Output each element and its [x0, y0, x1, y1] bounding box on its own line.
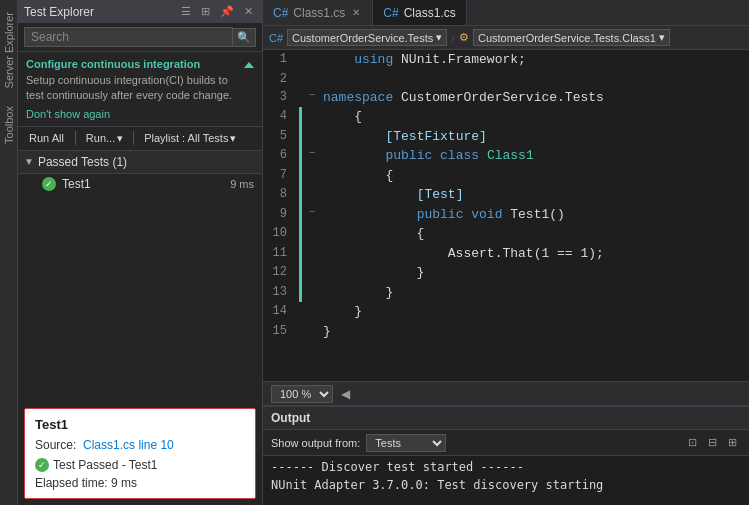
class-label: CustomerOrderService.Tests.Class1 — [478, 32, 656, 44]
run-dropdown-button[interactable]: Run... ▾ — [82, 130, 127, 147]
playlist-dropdown-button[interactable]: Playlist : All Tests ▾ — [140, 130, 240, 147]
zoom-select[interactable]: 100 % 75 % 125 % — [271, 385, 333, 403]
namespace-label: CustomerOrderService.Tests — [292, 32, 433, 44]
tab-bar: C# Class1.cs ✕ C# Class1.cs — [263, 0, 749, 26]
output-line-1: ------ Discover test started ------ — [271, 458, 741, 476]
test-status-passed-icon: ✓ — [42, 177, 56, 191]
code-line-9: 9 − public void Test1() — [263, 205, 749, 225]
group-collapse-icon: ▼ — [24, 156, 34, 167]
vertical-sidebar-tabs: Server Explorer Toolbox — [0, 0, 18, 505]
test-name: Test1 — [62, 177, 91, 191]
code-line-7: 7 { — [263, 166, 749, 186]
run-all-button[interactable]: Run All — [24, 130, 69, 146]
code-line-4: 4 { — [263, 107, 749, 127]
ci-notice-body: Setup continuous integration(CI) builds … — [26, 73, 238, 104]
code-line-3: 3 − namespace CustomerOrderService.Tests — [263, 88, 749, 108]
ci-collapse-icon[interactable] — [244, 62, 254, 68]
test-search-bar: 🔍 — [18, 23, 262, 52]
tab-file-icon-1: C# — [273, 6, 288, 20]
output-line-2: NUnit Adapter 3.7.0.0: Test discovery st… — [271, 476, 741, 494]
editor-status-bar: 100 % 75 % 125 % ◀ — [263, 381, 749, 405]
tab-label-2: Class1.cs — [404, 6, 456, 20]
code-line-14: 14 } — [263, 302, 749, 322]
search-input[interactable] — [24, 27, 233, 47]
code-line-2: 2 — [263, 70, 749, 88]
hierarchy-icon[interactable]: ⊞ — [198, 4, 213, 19]
output-action-btn-3[interactable]: ⊞ — [724, 434, 741, 451]
passed-tests-group[interactable]: ▼ Passed Tests (1) — [18, 151, 262, 174]
ci-dont-show-link[interactable]: Don't show again — [26, 108, 238, 120]
output-content: ------ Discover test started ------ NUni… — [263, 456, 749, 505]
header-actions: ☰ ⊞ 📌 ✕ — [178, 4, 256, 19]
class-dropdown[interactable]: CustomerOrderService.Tests.Class1 ▾ — [473, 29, 670, 46]
detail-source-link[interactable]: Class1.cs line 10 — [83, 438, 174, 452]
code-line-15: 15 } — [263, 322, 749, 342]
code-line-10: 10 { — [263, 224, 749, 244]
toolbox-tab[interactable]: Toolbox — [1, 98, 17, 152]
test-detail-panel: Test1 Source: Class1.cs line 10 ✓ Test P… — [24, 408, 256, 499]
test-list: ▼ Passed Tests (1) ✓ Test1 9 ms — [18, 151, 262, 402]
detail-status-icon: ✓ — [35, 458, 49, 472]
test-toolbar: Run All Run... ▾ Playlist : All Tests ▾ — [18, 127, 262, 151]
toolbar-sep-1 — [75, 131, 76, 145]
search-button[interactable]: 🔍 — [233, 28, 256, 47]
list-view-icon[interactable]: ☰ — [178, 4, 194, 19]
code-line-8: 8 [Test] — [263, 185, 749, 205]
pin-icon[interactable]: 📌 — [217, 4, 237, 19]
output-actions: ⊡ ⊟ ⊞ — [684, 434, 741, 451]
detail-title: Test1 — [35, 417, 245, 432]
nav-separator: › — [451, 32, 455, 44]
output-panel: Output Show output from: Tests Build Deb… — [263, 405, 749, 505]
test-duration: 9 ms — [230, 178, 254, 190]
code-editor[interactable]: 1 using NUnit.Framework; 2 3 − namespace… — [263, 50, 749, 381]
detail-elapsed: Elapsed time: 9 ms — [35, 476, 245, 490]
output-source-select[interactable]: Tests Build Debug — [366, 434, 446, 452]
group-label: Passed Tests (1) — [38, 155, 127, 169]
tab-close-1[interactable]: ✕ — [350, 6, 362, 19]
main-content: C# Class1.cs ✕ C# Class1.cs C# CustomerO… — [263, 0, 749, 505]
detail-source: Source: Class1.cs line 10 — [35, 438, 245, 452]
server-explorer-tab[interactable]: Server Explorer — [1, 4, 17, 96]
code-line-13: 13 } — [263, 283, 749, 303]
tab-class1-2[interactable]: C# Class1.cs — [373, 0, 466, 25]
test-explorer-header: Test Explorer ☰ ⊞ 📌 ✕ — [18, 0, 262, 23]
ci-notice-title[interactable]: Configure continuous integration — [26, 58, 238, 70]
zoom-scroll-left[interactable]: ◀ — [341, 387, 350, 401]
code-line-6: 6 − public class Class1 — [263, 146, 749, 166]
detail-passed-row: ✓ Test Passed - Test1 — [35, 458, 245, 472]
detail-passed-label: Test Passed - Test1 — [53, 458, 158, 472]
class-icon: ⚙ — [459, 31, 469, 44]
ci-notice: Configure continuous integration Setup c… — [18, 52, 262, 127]
playlist-dropdown-arrow: ▾ — [230, 132, 236, 145]
output-header: Output — [263, 407, 749, 430]
file-namespace-bar: C# CustomerOrderService.Tests ▾ › ⚙ Cust… — [263, 26, 749, 50]
file-icon: C# — [269, 32, 283, 44]
code-line-5: 5 [TestFixture] — [263, 127, 749, 147]
class-dropdown-arrow: ▾ — [659, 31, 665, 44]
code-line-11: 11 Assert.That(1 == 1); — [263, 244, 749, 264]
test-explorer-panel: Test Explorer ☰ ⊞ 📌 ✕ 🔍 Configure contin… — [18, 0, 263, 505]
tab-file-icon-2: C# — [383, 6, 398, 20]
run-dropdown-arrow: ▾ — [117, 132, 123, 145]
show-output-label: Show output from: — [271, 437, 360, 449]
output-toolbar: Show output from: Tests Build Debug ⊡ ⊟ … — [263, 430, 749, 456]
code-line-1: 1 using NUnit.Framework; — [263, 50, 749, 70]
namespace-dropdown[interactable]: CustomerOrderService.Tests ▾ — [287, 29, 447, 46]
code-line-12: 12 } — [263, 263, 749, 283]
test-explorer-title: Test Explorer — [24, 5, 94, 19]
test-item-test1[interactable]: ✓ Test1 9 ms — [18, 174, 262, 194]
toolbar-sep-2 — [133, 131, 134, 145]
tab-class1-1[interactable]: C# Class1.cs ✕ — [263, 0, 373, 25]
output-action-btn-1[interactable]: ⊡ — [684, 434, 701, 451]
close-panel-btn[interactable]: ✕ — [241, 4, 256, 19]
namespace-dropdown-arrow: ▾ — [436, 31, 442, 44]
output-action-btn-2[interactable]: ⊟ — [704, 434, 721, 451]
tab-label-1: Class1.cs — [293, 6, 345, 20]
